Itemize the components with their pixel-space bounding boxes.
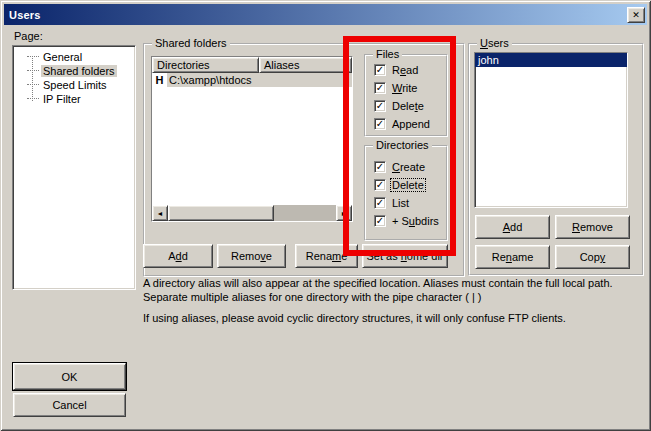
sidebar-item-general[interactable]: General	[13, 50, 135, 64]
copy-user-button[interactable]: Copy	[555, 245, 630, 269]
window-title: Users	[4, 9, 41, 21]
directory-path-cell: C:\xampp\htdocs	[167, 73, 352, 87]
scroll-right-button[interactable]: ►	[336, 205, 352, 221]
sidebar-item-ip-filter[interactable]: IP Filter	[13, 92, 135, 106]
users-dialog-window: Users ✕ Page: General Shared folders Spe…	[0, 0, 651, 431]
directories-group-label: Directories	[373, 139, 432, 152]
rename-directory-button[interactable]: Rename	[295, 244, 358, 268]
users-group-label: Users	[477, 37, 512, 50]
checkbox-label: Delete	[391, 179, 425, 191]
label-part: ome dir	[407, 250, 444, 262]
checkbox-label: Read	[391, 64, 419, 76]
button-label: Rename	[306, 250, 348, 262]
label-part: Re	[492, 251, 506, 263]
arrow-right-icon: ►	[341, 210, 348, 217]
ok-button[interactable]: OK	[13, 363, 126, 390]
page-label: Page:	[14, 30, 43, 42]
checkbox-append[interactable]: ✓ Append	[374, 117, 431, 131]
sidebar-item-label: General	[41, 51, 84, 63]
shared-folders-group-label: Shared folders	[152, 37, 230, 50]
label-part: emove	[580, 221, 613, 233]
label-part: e	[418, 100, 424, 112]
add-directory-button[interactable]: Add	[143, 244, 213, 268]
checkbox-read[interactable]: ✓ Read	[374, 63, 419, 77]
help-paragraph: A directory alias will also appear at th…	[143, 276, 647, 304]
set-as-home-dir-button[interactable]: Set as home dir	[362, 244, 448, 268]
listview-header: Directories Aliases	[152, 57, 352, 73]
checkbox-label: Delete	[391, 100, 425, 112]
label-part: m	[332, 250, 341, 262]
checkbox-list[interactable]: ✓ List	[374, 196, 410, 210]
checkbox-delete-dirs[interactable]: ✓ Delete	[374, 178, 425, 192]
checkbox-checked-icon[interactable]: ✓	[374, 179, 386, 191]
label-part: Delete	[392, 179, 424, 191]
label-part: U	[480, 37, 488, 49]
sidebar-item-label: Speed Limits	[41, 79, 109, 91]
tree-branch-icon	[27, 70, 39, 72]
checkbox-label: List	[391, 197, 410, 209]
arrow-left-icon: ◄	[157, 210, 164, 217]
button-label: Remove	[572, 221, 613, 233]
label-part: A	[168, 250, 175, 262]
add-user-button[interactable]: Add	[475, 215, 550, 239]
sidebar-item-label: IP Filter	[41, 93, 83, 105]
checkbox-checked-icon[interactable]: ✓	[374, 64, 386, 76]
button-label: Add	[503, 221, 523, 233]
label-part: + S	[392, 215, 409, 227]
checkbox-delete-files[interactable]: ✓ Delete	[374, 99, 425, 113]
title-bar[interactable]: Users	[4, 4, 647, 25]
table-row[interactable]: H C:\xampp\htdocs	[152, 73, 352, 87]
button-label: Set as home dir	[366, 250, 443, 262]
label-part: W	[392, 82, 402, 94]
label-part: Set as	[366, 250, 400, 262]
label-part: C	[392, 161, 400, 173]
help-paragraph: If using aliases, please avoid cyclic di…	[143, 311, 647, 325]
column-header-directories[interactable]: Directories	[152, 57, 259, 73]
list-item-user-selected[interactable]: john	[475, 53, 627, 67]
checkbox-write[interactable]: ✓ Write	[374, 81, 418, 95]
checkbox-checked-icon[interactable]: ✓	[374, 100, 386, 112]
checkbox-checked-icon[interactable]: ✓	[374, 215, 386, 227]
label-part: sers	[488, 37, 509, 49]
checkbox-label: Write	[391, 82, 418, 94]
users-listbox[interactable]: john	[474, 52, 628, 208]
checkbox-label: Append	[391, 118, 431, 130]
files-group-label: Files	[373, 48, 402, 61]
checkbox-create[interactable]: ✓ Create	[374, 160, 426, 174]
cancel-button[interactable]: Cancel	[13, 393, 126, 417]
directories-listview: Directories Aliases H C:\xampp\htdocs ◄ …	[151, 56, 353, 222]
checkbox-checked-icon[interactable]: ✓	[374, 82, 386, 94]
scroll-left-button[interactable]: ◄	[152, 205, 168, 221]
label-part: bdirs	[415, 215, 439, 227]
label-part: List	[392, 197, 409, 209]
sidebar-item-label: Shared folders	[41, 65, 117, 77]
sidebar-item-speed-limits[interactable]: Speed Limits	[13, 78, 135, 92]
label-part: Rena	[306, 250, 332, 262]
sidebar-item-shared-folders[interactable]: Shared folders	[13, 64, 135, 78]
label-part: y	[600, 251, 606, 263]
remove-directory-button[interactable]: Remove	[217, 244, 286, 268]
close-button[interactable]: ✕	[627, 7, 645, 23]
checkbox-checked-icon[interactable]: ✓	[374, 118, 386, 130]
remove-user-button[interactable]: Remove	[555, 215, 630, 239]
label-part: Dele	[392, 100, 415, 112]
horizontal-scrollbar[interactable]: ◄ ►	[152, 205, 352, 221]
checkbox-subdirs[interactable]: ✓ + Subdirs	[374, 214, 440, 228]
scrollbar-thumb[interactable]	[168, 205, 274, 221]
page-tree: General Shared folders Speed Limits IP F…	[12, 45, 136, 290]
listview-body: H C:\xampp\htdocs	[152, 73, 352, 205]
tree-branch-icon	[27, 98, 39, 100]
column-header-aliases[interactable]: Aliases	[259, 57, 352, 73]
column-header-label: Directories	[157, 59, 210, 71]
label-part: ad	[406, 64, 418, 76]
label-part: R	[572, 221, 580, 233]
files-permissions-group: Files ✓ Read ✓ Write ✓ Delete ✓ Append	[364, 54, 448, 137]
rename-user-button[interactable]: Rename	[475, 245, 550, 269]
checkbox-checked-icon[interactable]: ✓	[374, 161, 386, 173]
alias-help-text: A directory alias will also appear at th…	[143, 276, 647, 325]
directories-permissions-group: Directories ✓ Create ✓ Delete ✓ List ✓ +…	[364, 145, 448, 241]
tree-branch-icon	[27, 84, 39, 86]
scrollbar-track[interactable]	[274, 205, 336, 221]
label-part: d	[182, 250, 188, 262]
checkbox-checked-icon[interactable]: ✓	[374, 197, 386, 209]
